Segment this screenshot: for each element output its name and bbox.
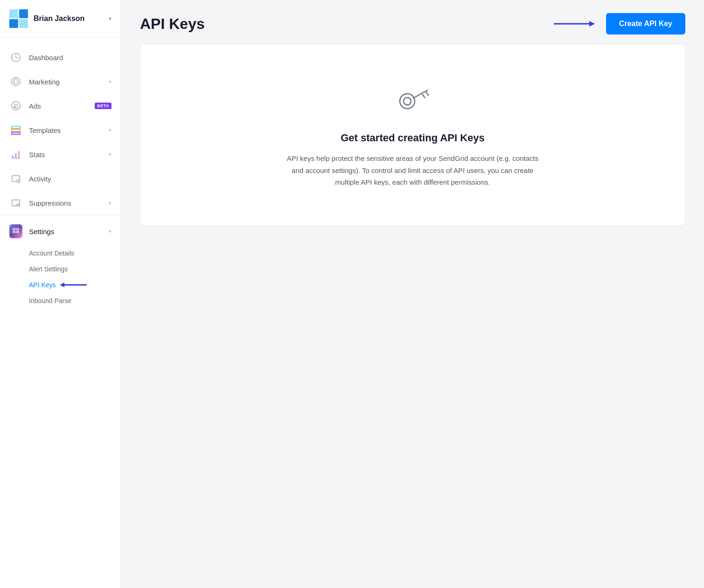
svg-rect-12 [12, 155, 14, 158]
empty-state-card: Get started creating API Keys API keys h… [140, 44, 685, 226]
svg-rect-14 [18, 151, 20, 159]
api-keys-label: API Keys [29, 281, 56, 289]
svg-line-33 [413, 90, 428, 98]
main-content: API Keys Create API Key [121, 0, 704, 588]
svg-rect-0 [9, 9, 18, 18]
svg-point-31 [400, 94, 415, 109]
templates-label: Templates [29, 126, 109, 134]
key-icon-wrapper [394, 82, 432, 121]
create-arrow-decoration [553, 20, 595, 28]
settings-icon [9, 225, 22, 238]
activity-icon [9, 172, 22, 185]
svg-marker-28 [60, 283, 64, 287]
sidebar-item-marketing[interactable]: Marketing ▾ [0, 69, 121, 94]
sidebar-item-alert-settings[interactable]: Alert Settings [0, 261, 121, 277]
account-details-label: Account Details [29, 249, 74, 257]
svg-line-34 [422, 94, 425, 98]
svg-rect-1 [19, 9, 28, 18]
page-title: API Keys [140, 15, 205, 33]
settings-section: Settings ▾ Account Details Alert Setting… [0, 215, 121, 312]
svg-rect-3 [19, 19, 28, 28]
settings-chevron-icon: ▾ [109, 228, 112, 235]
ads-icon [9, 99, 22, 112]
svg-rect-26 [16, 231, 19, 233]
content-area: Get started creating API Keys API keys h… [121, 44, 704, 588]
settings-sub-nav: Account Details Alert Settings API Keys [0, 243, 121, 312]
svg-line-35 [426, 92, 429, 96]
ads-label: Ads [29, 102, 92, 110]
sidebar-item-templates[interactable]: Templates ▾ [0, 118, 121, 142]
header-actions: Create API Key [553, 13, 685, 35]
sidebar-item-ads[interactable]: Ads BETA [0, 94, 121, 118]
svg-rect-9 [12, 126, 20, 129]
svg-point-32 [404, 97, 411, 105]
create-api-key-button[interactable]: Create API Key [606, 13, 685, 35]
svg-point-8 [14, 106, 15, 108]
settings-label: Settings [29, 228, 109, 235]
templates-icon [9, 124, 22, 137]
dashboard-label: Dashboard [29, 54, 112, 62]
sendgrid-logo [9, 9, 28, 28]
svg-point-7 [12, 102, 20, 110]
sidebar-item-stats[interactable]: Stats ▾ [0, 142, 121, 166]
svg-rect-13 [15, 153, 17, 158]
sidebar-item-activity[interactable]: Activity [0, 166, 121, 191]
sidebar-item-dashboard[interactable]: Dashboard [0, 45, 121, 69]
svg-rect-25 [13, 231, 15, 233]
sidebar-nav: Dashboard Marketing ▾ Ads [0, 38, 121, 588]
api-key-icon [394, 82, 432, 119]
svg-marker-30 [589, 21, 595, 27]
user-chevron-icon: ▾ [109, 15, 112, 22]
sidebar-item-account-details[interactable]: Account Details [0, 245, 121, 261]
ads-beta-badge: BETA [95, 103, 112, 109]
page-header: API Keys Create API Key [121, 0, 704, 44]
empty-state-description: API keys help protect the sensitive area… [282, 152, 544, 188]
stats-label: Stats [29, 151, 109, 159]
alert-settings-label: Alert Settings [29, 265, 68, 273]
sidebar-item-suppressions[interactable]: Suppressions ▾ [0, 191, 121, 215]
inbound-parse-label: Inbound Parse [29, 297, 71, 304]
marketing-label: Marketing [29, 78, 109, 86]
suppressions-chevron-icon: ▾ [109, 200, 112, 206]
marketing-chevron-icon: ▾ [109, 79, 112, 85]
marketing-icon [9, 75, 22, 88]
stats-icon [9, 148, 22, 161]
suppressions-label: Suppressions [29, 199, 109, 207]
sidebar-item-settings[interactable]: Settings ▾ [0, 219, 121, 243]
svg-rect-24 [16, 228, 19, 230]
svg-rect-11 [12, 132, 20, 135]
suppressions-icon [9, 196, 22, 209]
user-account-header[interactable]: Brian Jackson ▾ [0, 0, 121, 38]
sidebar-item-inbound-parse[interactable]: Inbound Parse [0, 293, 121, 309]
activity-label: Activity [29, 175, 112, 183]
dashboard-icon [9, 51, 22, 64]
empty-state-title: Get started creating API Keys [341, 132, 485, 144]
sidebar-item-api-keys[interactable]: API Keys [0, 277, 121, 293]
api-keys-arrow-indicator [60, 282, 88, 288]
svg-rect-23 [13, 228, 15, 230]
svg-rect-2 [9, 19, 18, 28]
svg-rect-10 [12, 129, 20, 131]
username-label: Brian Jackson [34, 14, 109, 23]
templates-chevron-icon: ▾ [109, 127, 112, 133]
stats-chevron-icon: ▾ [109, 152, 112, 158]
sidebar: Brian Jackson ▾ Dashboard [0, 0, 121, 588]
